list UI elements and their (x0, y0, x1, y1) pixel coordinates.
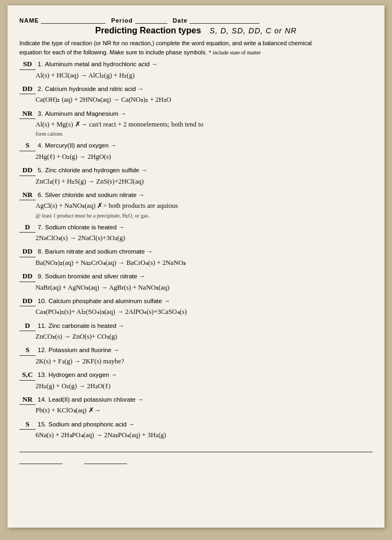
problem-item: S12.Potassium and fluorine →2K(s) + F₂(g… (19, 345, 373, 367)
reaction-type-label: DD (19, 83, 36, 95)
problem-item: DD9.Sodium bromide and silver nitrate →N… (19, 271, 373, 293)
problem-description: Calcium hydroxide and nitric acid → (45, 85, 144, 94)
problem-item: DD8.Barium nitrate and sodium chromate →… (19, 246, 373, 269)
problem-description: Sodium chlorate is heated → (45, 223, 125, 232)
date-line (190, 15, 260, 24)
period-line (135, 15, 167, 24)
worksheet-page: NAME Period Date Predicting Reaction typ… (8, 5, 384, 528)
problem-item: S15.Sodium and phosphoric acid →6Na(s) +… (19, 419, 373, 441)
problem-description: Mercury(II) and oxygen → (45, 141, 117, 150)
problem-header: NR6.Silver chloride and sodium nitrate → (19, 190, 373, 201)
equation-text: 2H₂(g) + O₂(g) → 2H₂O(ℓ) (36, 381, 373, 392)
equation-text: 2NaClO₃(s) → 2NaCl(s)+3O₂(g) (36, 233, 373, 244)
reaction-type-label: DD (19, 165, 36, 176)
type-list: S, D, SD, DD, C or NR (209, 26, 297, 35)
reaction-type-label: D (19, 222, 36, 233)
reaction-type-label: DD (19, 246, 36, 257)
problem-header: DD8.Barium nitrate and sodium chromate → (19, 246, 373, 257)
problem-header: D7.Sodium chlorate is heated → (19, 222, 373, 233)
equation-text: 2Hg(ℓ) + O₂(g) → 2HgO(s) (36, 151, 373, 163)
header: NAME Period Date (19, 15, 373, 24)
problem-item: SD1.Aluminum metal and hydrochloric acid… (19, 59, 373, 81)
problem-item: NR14.Lead(II) and potassium chlorate →Pb… (19, 394, 373, 417)
problem-description: Aluminum and Magnesium → (45, 109, 127, 118)
name-label: NAME (19, 17, 39, 24)
problem-note: @ least 1 product must be a precipitate,… (36, 212, 373, 220)
bottom-section (19, 452, 373, 464)
problem-header: DD5.Zinc chloride and hydrogen sulfide → (19, 165, 373, 176)
equation-text: Al(s) + HCl(aq) → AlCl₂(g) + H₂(g) (36, 70, 373, 81)
period-field: Period (111, 15, 167, 24)
problem-number: 6. (38, 191, 43, 200)
problem-number: 4. (38, 141, 43, 150)
problem-item: D11.Zinc carbonate is heated →ZnCO₃(s) →… (19, 320, 373, 343)
problem-number: 8. (38, 247, 43, 256)
problem-header: SD1.Aluminum metal and hydrochloric acid… (19, 59, 373, 70)
problem-header: D11.Zinc carbonate is heated → (19, 320, 373, 332)
date-field: Date (173, 15, 260, 24)
problem-number: 14. (38, 395, 46, 404)
equation-text: NaBr(aq) + AgNO₃(aq) → AgBr(s) + NaNO₃(a… (36, 282, 373, 293)
problem-description: Zinc carbonate is heated → (48, 321, 124, 331)
title-row: Predicting Reaction types S, D, SD, DD, … (19, 26, 373, 36)
instructions: Indicate the type of reaction (or NR for… (19, 39, 373, 57)
problem-note: form cations (36, 130, 373, 138)
problem-description: Hydrogen and oxygen → (48, 370, 117, 380)
equation-text: Ca₃(PO₄)₂(s)+ Al₂(SO₄)₃(aq) → 2AlPO₄(s)+… (36, 306, 373, 318)
problem-item: NR6.Silver chloride and sodium nitrate →… (19, 190, 373, 220)
reaction-type-label: NR (19, 190, 36, 201)
problem-header: DD2.Calcium hydroxide and nitric acid → (19, 83, 373, 95)
problem-item: DD10.Calcium phosphate and aluminum sulf… (19, 296, 373, 318)
problem-number: 11. (38, 321, 46, 331)
equation-text: Ba(NO₃)₂(aq) + Na₂CrO₄(aq) → BaCrO₄(s) +… (36, 257, 373, 269)
problem-number: 9. (38, 272, 43, 281)
problem-number: 15. (38, 420, 46, 429)
problem-item: DD5.Zinc chloride and hydrogen sulfide →… (19, 165, 373, 187)
problem-description: Lead(II) and potassium chlorate → (48, 395, 143, 404)
main-title: Predicting Reaction types (95, 26, 201, 36)
problem-header: DD10.Calcium phosphate and aluminum sulf… (19, 296, 373, 307)
problem-description: Silver chloride and sodium nitrate → (45, 191, 145, 200)
problem-description: Zinc chloride and hydrogen sulfide → (45, 166, 148, 175)
equation-text: 6Na(s) + 2H₃PO₄(aq) → 2Na₃PO₄(aq) + 3H₂(… (36, 430, 373, 441)
problem-header: NR3.Aluminum and Magnesium → (19, 108, 373, 120)
problem-header: S,C13.Hydrogen and oxygen → (19, 369, 373, 381)
reaction-type-label: D (19, 320, 36, 332)
equation-text: AgCl(s) + NaNO₃(aq) ✗> both products are… (36, 200, 373, 212)
problem-header: S15.Sodium and phosphoric acid → (19, 419, 373, 430)
equation-text: Pb(s) + KClO₃(aq) ✗→ (36, 405, 373, 416)
reaction-type-label: DD (19, 271, 36, 282)
reaction-type-label: NR (19, 108, 36, 120)
problem-number: 3. (38, 109, 43, 118)
problem-item: S4.Mercury(II) and oxygen →2Hg(ℓ) + O₂(g… (19, 140, 373, 163)
reaction-type-label: S (19, 419, 36, 430)
problem-number: 7. (38, 223, 43, 232)
equation-text: Al(s) + Mg(s) ✗→ can't react + 2 monoele… (36, 119, 373, 130)
reaction-type-label: SD (19, 59, 36, 70)
problem-item: DD2.Calcium hydroxide and nitric acid →C… (19, 83, 373, 106)
problem-number: 2. (38, 85, 43, 94)
reaction-type-label: NR (19, 394, 36, 405)
problem-item: S,C13.Hydrogen and oxygen →2H₂(g) + O₂(g… (19, 369, 373, 392)
name-line (41, 15, 106, 24)
date-label: Date (173, 17, 188, 24)
problem-description: Barium nitrate and sodium chromate → (45, 247, 153, 256)
problem-header: DD9.Sodium bromide and silver nitrate → (19, 271, 373, 282)
problem-description: Potassium and fluorine → (48, 346, 120, 355)
problem-header: S4.Mercury(II) and oxygen → (19, 140, 373, 151)
problem-description: Calcium phosphate and aluminum sulfate → (48, 297, 170, 306)
equation-text: Ca(OH)₂ (aq) + 2HNO₃(aq) → Ca(NO₃)₂ + 2H… (36, 94, 373, 106)
problem-description: Sodium bromide and silver nitrate → (45, 272, 145, 281)
equation-text: 2K(s) + F₂(g) → 2KF(s) maybe? (36, 356, 373, 367)
period-label: Period (111, 17, 132, 24)
reaction-type-label: DD (19, 296, 36, 307)
handwritten-note: * include state of matter (209, 50, 261, 55)
equation-text: ZnCl₂(ℓ) + H₂S(g) → ZnS(s)+2HCl(aq) (36, 176, 373, 187)
reaction-type-label: S (19, 345, 36, 356)
reaction-type-label: S,C (19, 369, 36, 381)
problem-description: Sodium and phosphoric acid → (48, 420, 135, 429)
problem-number: 10. (38, 297, 46, 306)
name-field: NAME (19, 15, 106, 24)
problem-header: S12.Potassium and fluorine → (19, 345, 373, 356)
instruction-line2: equation for each of the following. Make… (19, 49, 207, 55)
